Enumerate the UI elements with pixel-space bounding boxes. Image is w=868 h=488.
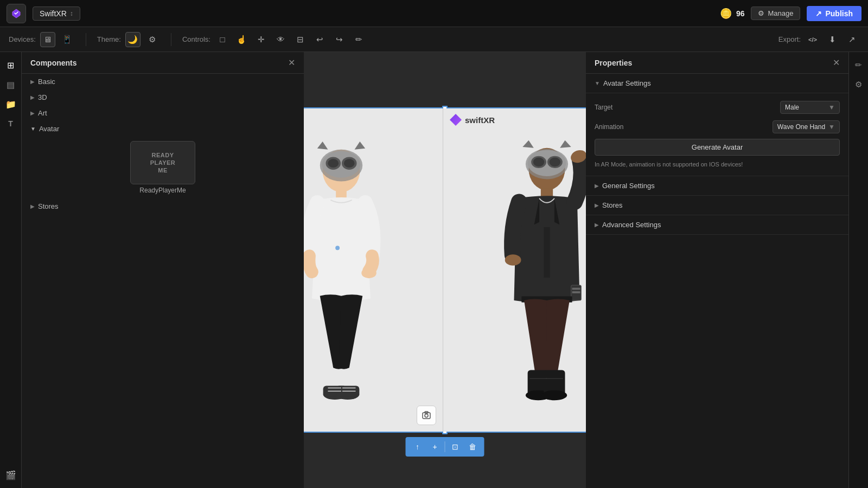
left-icon-rail: ⊞ ▤ 📁 T 🎬	[0, 52, 22, 488]
avatar-info-text: In AR Mode, animation is not supported o…	[595, 158, 840, 171]
target-label: Target	[595, 104, 612, 111]
animation-dropdown-icon: ▼	[828, 123, 835, 131]
stores-section-header[interactable]: ▶ Stores	[586, 196, 848, 215]
properties-close-btn[interactable]: ✕	[833, 57, 840, 68]
left-icon-text[interactable]: T	[2, 115, 20, 132]
right-icon-rail: ✏ ⚙	[848, 52, 868, 488]
export-section: Export: </> ⬇ ↗	[778, 32, 859, 47]
mobile-device-btn[interactable]: 📱	[60, 32, 75, 47]
avatar-card-readyplayerme[interactable]: READY PLAYER ME ReadyPlayerMe	[30, 141, 295, 194]
left-capture-btn[interactable]	[417, 406, 436, 425]
components-panel: Components ✕ ▶ Basic ▶ 3D ▶ Art ▼ Avatar…	[22, 52, 304, 488]
sel-copy-btn[interactable]: ⊡	[448, 439, 463, 454]
svg-rect-39	[572, 291, 580, 293]
controls-eye-btn[interactable]: 👁	[273, 32, 289, 47]
controls-pen-btn[interactable]: ✏	[352, 32, 367, 47]
logo-button[interactable]	[7, 4, 26, 23]
left-icon-folder[interactable]: 📁	[2, 95, 20, 113]
components-title: Components	[30, 59, 77, 67]
export-code-btn[interactable]: </>	[805, 32, 820, 47]
svg-point-36	[505, 254, 521, 265]
advanced-settings-section-header[interactable]: ▶ Advanced Settings	[586, 215, 848, 235]
svg-rect-38	[572, 288, 580, 290]
target-dropdown-icon: ▼	[828, 104, 835, 111]
sel-align-btn[interactable]: ↑	[410, 439, 425, 454]
svg-point-44	[541, 390, 567, 401]
right-panel-area: Properties ✕ ▼ Avatar Settings Target Ma…	[586, 52, 868, 488]
controls-crop-btn[interactable]: ⊟	[293, 32, 308, 47]
target-select[interactable]: Male ▼	[780, 101, 840, 114]
avatar-panel-female: swiftXR	[304, 108, 443, 432]
advanced-settings-arrow: ▶	[595, 222, 599, 228]
left-icon-video[interactable]: 🎬	[2, 466, 20, 484]
svg-marker-8	[355, 142, 366, 150]
arrow-basic: ▶	[30, 79, 35, 85]
tree-item-avatar[interactable]: ▼ Avatar	[22, 121, 304, 137]
credits-area: 🪙 96	[720, 8, 745, 20]
general-settings-section-header[interactable]: ▶ General Settings	[586, 176, 848, 196]
credits-count: 96	[736, 9, 745, 18]
arrow-stores: ▶	[30, 203, 35, 209]
arrow-art: ▶	[30, 110, 35, 116]
avatar-settings-content: Target Male ▼ Animation Wave One Hand ▼ …	[586, 93, 848, 176]
export-label: Export:	[778, 35, 801, 43]
theme-settings-btn[interactable]: ⚙	[145, 32, 160, 47]
svg-point-11	[335, 246, 340, 250]
animation-select[interactable]: Wave One Hand ▼	[773, 120, 840, 133]
svg-rect-34	[544, 227, 550, 278]
controls-redo-btn[interactable]: ↪	[332, 32, 347, 47]
components-panel-header: Components ✕	[22, 52, 304, 74]
tree-item-stores[interactable]: ▶ Stores	[22, 198, 304, 214]
theme-dark-btn[interactable]: 🌙	[125, 32, 141, 47]
controls-cursor-btn[interactable]: ☝	[234, 32, 250, 47]
manage-gear-icon: ⚙	[758, 9, 764, 17]
sel-add-btn[interactable]: +	[427, 439, 443, 454]
controls-select-btn[interactable]: □	[215, 32, 230, 47]
generate-avatar-btn[interactable]: Generate Avatar	[595, 139, 840, 156]
tree-item-art[interactable]: ▶ Art	[22, 105, 304, 121]
canvas-frame-container: swiftXR	[304, 107, 586, 433]
canvas-frame[interactable]: swiftXR	[304, 107, 586, 433]
credits-icon: 🪙	[720, 8, 732, 20]
manage-button[interactable]: ⚙ Manage	[751, 7, 800, 20]
svg-marker-7	[317, 142, 328, 150]
devices-label: Devices:	[9, 35, 36, 43]
avatar-settings-section-header[interactable]: ▼ Avatar Settings	[586, 74, 848, 93]
avatar-settings-arrow: ▼	[595, 80, 600, 86]
controls-transform-btn[interactable]: ✛	[254, 32, 269, 47]
selection-toolbar: ↑ + ⊡ 🗑	[406, 437, 484, 457]
female-avatar-figure	[304, 108, 443, 432]
sel-sep	[445, 441, 445, 452]
avatar-card-image: READY PLAYER ME	[130, 141, 195, 184]
male-avatar-figure	[443, 108, 586, 432]
components-close-btn[interactable]: ✕	[288, 57, 295, 68]
avatar-panel-male: swiftXR	[443, 108, 586, 432]
canvas-area[interactable]: swiftXR	[304, 52, 586, 488]
general-settings-label: General Settings	[602, 182, 655, 190]
devices-section: Devices: 🖥 📱	[9, 32, 75, 47]
controls-label: Controls:	[182, 35, 210, 43]
right-icon-pen[interactable]: ✏	[850, 56, 867, 74]
animation-label: Animation	[595, 123, 623, 131]
export-download-btn[interactable]: ⬇	[825, 32, 840, 47]
theme-section: Theme: 🌙 ⚙	[97, 32, 160, 47]
svg-point-28	[533, 157, 544, 166]
controls-undo-btn[interactable]: ↩	[312, 32, 328, 47]
sel-delete-btn[interactable]: 🗑	[465, 439, 480, 454]
export-share-btn[interactable]: ↗	[844, 32, 859, 47]
tree-item-3d[interactable]: ▶ 3D	[22, 89, 304, 105]
right-icon-settings[interactable]: ⚙	[850, 76, 867, 93]
toolbar-sep-1	[86, 33, 86, 46]
left-icon-layers[interactable]: ▤	[2, 76, 20, 93]
properties-panel: Properties ✕ ▼ Avatar Settings Target Ma…	[586, 52, 848, 488]
svg-point-10	[361, 268, 376, 279]
left-icon-components[interactable]: ⊞	[2, 56, 20, 74]
advanced-settings-label: Advanced Settings	[602, 221, 661, 229]
desktop-device-btn[interactable]: 🖥	[40, 32, 55, 47]
target-row: Target Male ▼	[595, 98, 840, 117]
theme-label: Theme:	[97, 35, 121, 43]
publish-button[interactable]: ↗ Publish	[807, 6, 861, 21]
project-name[interactable]: SwiftXR ↕	[33, 7, 80, 21]
animation-row: Animation Wave One Hand ▼	[595, 117, 840, 137]
tree-item-basic[interactable]: ▶ Basic	[22, 74, 304, 89]
